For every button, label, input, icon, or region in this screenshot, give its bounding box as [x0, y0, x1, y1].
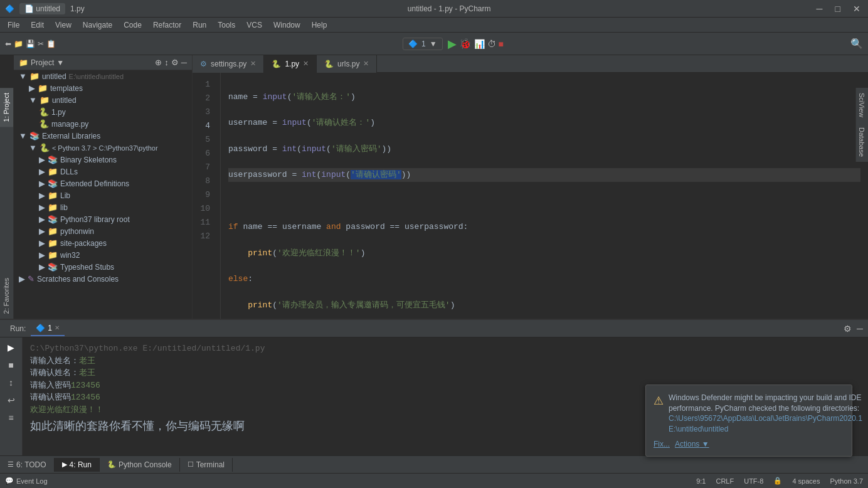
debug-button[interactable]: 🐞: [459, 38, 472, 50]
menu-vcs[interactable]: VCS: [241, 19, 267, 31]
code-editor[interactable]: name = input('请输入姓名：') username = input(…: [221, 73, 868, 319]
toolbar-icon-5[interactable]: 📋: [46, 40, 56, 48]
status-interpreter[interactable]: Python 3.7: [830, 477, 863, 485]
python-console-label: Python Console: [119, 460, 172, 469]
rtab-sciview[interactable]: SciView: [856, 88, 868, 122]
profile-button[interactable]: ⏱: [487, 39, 496, 49]
menu-run[interactable]: Run: [188, 19, 211, 31]
settings-tab-close[interactable]: ✕: [250, 60, 256, 68]
status-right: 9:1 CRLF UTF-8 🔒 4 spaces Python 3.7: [696, 477, 863, 485]
tree-item-lib-lower[interactable]: ▶ 📁 lib: [14, 201, 192, 213]
run-wrap-button[interactable]: ↩: [5, 393, 18, 408]
tree-item-binary-skeletons[interactable]: ▶ 📚 Binary Skeletons: [14, 154, 192, 166]
status-encoding-lock[interactable]: 🔒: [773, 477, 782, 485]
tree-item-managepy[interactable]: 🐍 manage.py: [14, 118, 192, 130]
run-config-icon: 🔷: [408, 40, 418, 48]
code-line-1: name = input('请输入姓名：'): [228, 90, 860, 104]
notification-actions-link[interactable]: Actions ▼: [675, 440, 709, 448]
toolbar-icon-1[interactable]: ⬅: [5, 40, 11, 48]
tree-item-project-root[interactable]: ▼ 📁 untitled E:\untitled\untitled: [14, 70, 192, 82]
tree-item-lib-upper[interactable]: ▶ 📁 Lib: [14, 189, 192, 201]
status-event-log[interactable]: 💬 Event Log: [5, 477, 48, 485]
panel-dropdown-icon[interactable]: ▼: [56, 58, 64, 67]
tree-item-typeshed[interactable]: ▶ 📚 Typeshed Stubs: [14, 261, 192, 273]
menu-navigate[interactable]: Navigate: [78, 19, 117, 31]
status-indent[interactable]: 4 spaces: [792, 477, 820, 485]
status-encoding[interactable]: UTF-8: [744, 477, 763, 485]
run-settings-button[interactable]: ⚙: [839, 324, 857, 334]
panel-minimize-icon[interactable]: ─: [181, 58, 187, 67]
pythonwin-folder-icon: 📁: [48, 226, 58, 236]
python37-expand-icon: ▼: [29, 143, 37, 152]
tree-item-win32[interactable]: ▶ 📁 win32: [14, 249, 192, 261]
line-num-11: 11: [193, 216, 215, 230]
ext-defs-label: Extended Definitions: [60, 179, 129, 188]
menu-view[interactable]: View: [50, 19, 77, 31]
tree-item-external-libs[interactable]: ▼ 📚 External Libraries: [14, 130, 192, 142]
tree-item-1py[interactable]: 🐍 1.py: [14, 106, 192, 118]
stop-button[interactable]: ■: [499, 39, 504, 49]
maximize-button[interactable]: □: [833, 4, 843, 14]
scratches-expand-icon: ▶: [19, 274, 25, 284]
run-stop-button[interactable]: ■: [6, 358, 16, 373]
panel-scroll-icon[interactable]: ↕: [164, 58, 169, 67]
run-tab-close[interactable]: ✕: [55, 324, 60, 331]
tree-item-dlls[interactable]: ▶ 📁 DLLs: [14, 166, 192, 178]
urlspy-tab-icon: 🐍: [324, 60, 334, 68]
line-num-8: 8: [193, 174, 215, 188]
panel-add-icon[interactable]: ⊕: [155, 58, 162, 67]
site-packages-expand-icon: ▶: [39, 238, 45, 248]
status-line-ending[interactable]: CRLF: [716, 477, 734, 485]
indent-label: 4 spaces: [792, 477, 820, 485]
menu-tools[interactable]: Tools: [213, 19, 240, 31]
vtab-project[interactable]: 1: Project: [0, 88, 13, 127]
toolbar-icon-4[interactable]: ✂: [38, 40, 44, 48]
run-button[interactable]: ▶: [448, 37, 457, 51]
run-tab-1[interactable]: 🔷 1 ✕: [31, 321, 65, 336]
tab-settings[interactable]: ⚙ settings.py ✕: [193, 55, 264, 73]
run-minimize-button[interactable]: ─: [857, 324, 863, 334]
toolbar-icon-3[interactable]: 💾: [26, 40, 35, 48]
status-position[interactable]: 9:1: [696, 477, 706, 485]
menu-refactor[interactable]: Refactor: [148, 19, 186, 31]
tree-item-untitled-sub[interactable]: ▼ 📁 untitled: [14, 94, 192, 106]
urlspy-tab-close[interactable]: ✕: [363, 60, 369, 68]
tree-item-extended-defs[interactable]: ▶ 📚 Extended Definitions: [14, 178, 192, 189]
tree-item-site-packages[interactable]: ▶ 📁 site-packages: [14, 237, 192, 249]
run-config-dropdown-icon[interactable]: ▼: [430, 40, 437, 48]
close-button[interactable]: ✕: [850, 4, 863, 14]
panel-settings-icon[interactable]: ⚙: [171, 58, 179, 67]
toolbar-icon-2[interactable]: 📁: [14, 40, 23, 48]
tree-item-templates[interactable]: ▶ 📁 templates: [14, 82, 192, 94]
menu-help[interactable]: Help: [307, 19, 332, 31]
line-num-2: 2: [193, 92, 215, 105]
tree-item-python37[interactable]: ▼ 🐍 < Python 3.7 > C:\Python37\pythor: [14, 142, 192, 154]
run-play-button[interactable]: ▶: [5, 340, 17, 355]
tab-urlspy[interactable]: 🐍 urls.py ✕: [317, 55, 377, 73]
menu-file[interactable]: File: [3, 19, 24, 31]
window-tab[interactable]: 📄 untitled: [19, 3, 65, 14]
bottom-tab-run[interactable]: ▶ 4: Run: [55, 458, 100, 472]
1py-tab-close[interactable]: ✕: [303, 60, 309, 68]
ext-libs-icon: 📚: [29, 131, 40, 141]
tab-bar: ⚙ settings.py ✕ 🐍 1.py ✕ 🐍 urls.py ✕: [193, 55, 868, 73]
tree-item-py37-root[interactable]: ▶ 📚 Python37 library root: [14, 213, 192, 225]
rtab-database[interactable]: Database: [856, 122, 868, 162]
run-scroll-button[interactable]: ↕: [6, 375, 16, 390]
notification-fix-link[interactable]: Fix...: [654, 440, 670, 448]
menu-code[interactable]: Code: [119, 19, 147, 31]
bottom-tab-todo[interactable]: ☰ 6: TODO: [0, 458, 55, 472]
bottom-tab-python-console[interactable]: 🐍 Python Console: [100, 458, 180, 472]
tree-item-scratches[interactable]: ▶ ✎ Scratches and Consoles: [14, 273, 192, 285]
search-everywhere-button[interactable]: 🔍: [850, 38, 863, 50]
run-filter-button[interactable]: ≡: [6, 410, 16, 425]
minimize-button[interactable]: ─: [814, 4, 825, 14]
tab-1py[interactable]: 🐍 1.py ✕: [264, 55, 317, 73]
menu-edit[interactable]: Edit: [26, 19, 49, 31]
bottom-tab-terminal[interactable]: ☐ Terminal: [180, 458, 233, 472]
vtab-favorites[interactable]: 2: Favorites: [0, 273, 13, 319]
vertical-tabs: 1: Project 2: Favorites: [0, 88, 14, 319]
coverage-button[interactable]: 📊: [474, 39, 485, 49]
menu-window[interactable]: Window: [268, 19, 305, 31]
tree-item-pythonwin[interactable]: ▶ 📁 pythonwin: [14, 225, 192, 237]
